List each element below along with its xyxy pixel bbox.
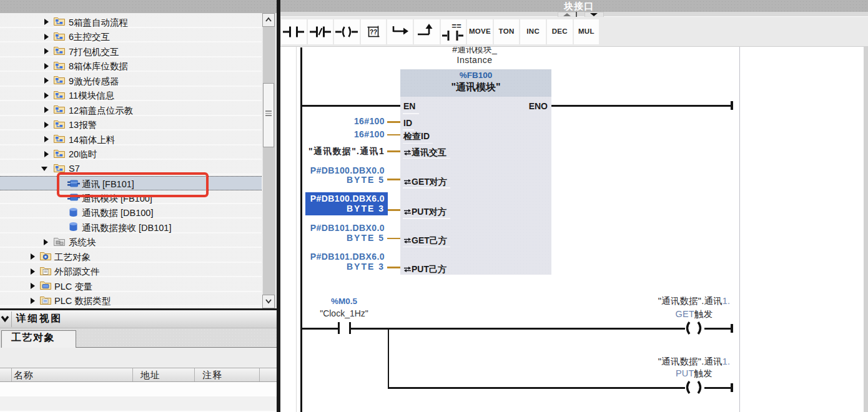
svg-text:??: ??: [370, 29, 377, 36]
svg-text:==: ==: [451, 22, 461, 31]
